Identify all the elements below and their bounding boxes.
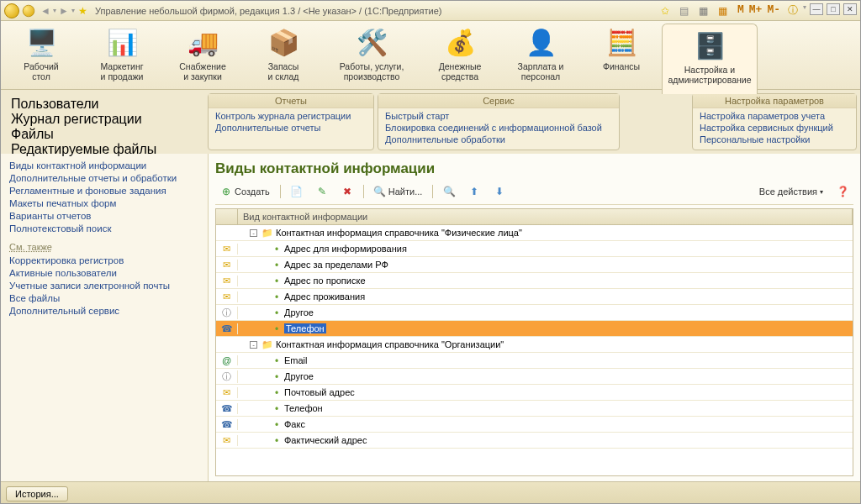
edit-button[interactable]: ✎ bbox=[311, 184, 333, 199]
table-row[interactable]: ✉ Адрес проживания bbox=[216, 289, 853, 305]
table-row[interactable]: ☎ Телефон bbox=[216, 321, 853, 337]
clear-search-button[interactable]: 🔍 bbox=[438, 184, 460, 199]
bullet-icon bbox=[275, 293, 282, 300]
bottombar: История... bbox=[1, 481, 860, 504]
forward-icon[interactable]: ► bbox=[56, 3, 71, 18]
row-type-icon: @ bbox=[216, 355, 238, 365]
row-type-icon: ✉ bbox=[216, 387, 238, 398]
table-row[interactable]: ⓘ Другое bbox=[216, 369, 853, 385]
table-row[interactable]: ✉ Фактический адрес bbox=[216, 433, 853, 449]
table-row[interactable]: ✉ Адрес для информирования bbox=[216, 241, 853, 257]
folder-icon: 📁 bbox=[261, 339, 273, 350]
bullet-icon bbox=[275, 389, 282, 396]
close-button[interactable]: ✕ bbox=[843, 3, 857, 15]
sb-registers[interactable]: Корректировка регистров bbox=[9, 255, 199, 265]
section-settings[interactable]: 🗄️Настройка и администрирование bbox=[662, 24, 758, 94]
sb-print-templates[interactable]: Макеты печатных форм bbox=[9, 198, 199, 208]
table-row[interactable]: ✉ Адрес за пределами РФ bbox=[216, 257, 853, 273]
row-content: - 📁 Контактная информация справочника "Ф… bbox=[238, 228, 853, 239]
history-button[interactable]: История... bbox=[6, 486, 68, 501]
create-button[interactable]: ⊕Создать bbox=[215, 184, 275, 199]
content-toolbar: ⊕Создать 📄 ✎ ✖ 🔍Найти... 🔍 ⬆ ⬇ Все дейст… bbox=[215, 182, 853, 205]
grid-main-column[interactable]: Вид контактной информации bbox=[238, 209, 853, 224]
row-content: Почтовый адрес bbox=[238, 387, 853, 397]
bullet-icon bbox=[275, 261, 282, 268]
bullet-icon bbox=[275, 309, 282, 316]
table-row[interactable]: ☎ Телефон bbox=[216, 401, 853, 417]
copy-icon: 📄 bbox=[291, 186, 303, 197]
link-extra-proc[interactable]: Дополнительные обработки bbox=[385, 134, 612, 145]
sidebar-top-nav: Пользователи Журнал регистрации Файлы Ре… bbox=[4, 93, 204, 150]
link-quickstart[interactable]: Быстрый старт bbox=[385, 110, 612, 122]
app-logo-icon bbox=[4, 3, 19, 18]
sb-active-users[interactable]: Активные пользователи bbox=[9, 268, 199, 278]
link-service-fn[interactable]: Настройка сервисных функций bbox=[700, 122, 849, 134]
table-row[interactable]: ✉ Почтовый адрес bbox=[216, 385, 853, 401]
sb-extra-reports[interactable]: Дополнительные отчеты и обработки bbox=[9, 173, 199, 183]
table-row[interactable]: ⓘ Другое bbox=[216, 305, 853, 321]
data-grid: Вид контактной информации - 📁 Контактная… bbox=[215, 208, 853, 476]
favorites-icon[interactable]: ★ bbox=[75, 3, 90, 18]
row-content: Другое bbox=[238, 307, 853, 318]
grid-body[interactable]: - 📁 Контактная информация справочника "Ф… bbox=[216, 225, 853, 475]
link-extra-reports[interactable]: Дополнительные отчеты bbox=[215, 122, 367, 134]
section-finance[interactable]: 🧮Финансы bbox=[581, 21, 662, 89]
delete-icon: ✖ bbox=[341, 186, 353, 197]
sidebar: Виды контактной информации Дополнительны… bbox=[1, 154, 208, 481]
table-row[interactable]: @ Email bbox=[216, 353, 853, 369]
section-marketing[interactable]: 📊Маркетинг и продажи bbox=[82, 21, 162, 89]
bullet-icon bbox=[275, 421, 282, 428]
row-type-icon: ✉ bbox=[216, 276, 238, 286]
row-type-icon: ✉ bbox=[216, 244, 238, 255]
sb-extra-service[interactable]: Дополнительный сервис bbox=[9, 306, 199, 316]
minimize-button[interactable]: — bbox=[810, 3, 823, 15]
bullet-icon bbox=[275, 373, 282, 380]
sb-contact-types[interactable]: Виды контактной информации bbox=[9, 160, 199, 171]
table-row[interactable]: ☎ Факс bbox=[216, 417, 853, 433]
sb-report-variants[interactable]: Варианты отчетов bbox=[9, 211, 199, 221]
grid-icon-column[interactable] bbox=[216, 209, 238, 224]
memory-buttons[interactable]: MM+M- bbox=[735, 3, 783, 18]
move-up-button[interactable]: ⬆ bbox=[463, 184, 485, 199]
move-down-button[interactable]: ⬇ bbox=[489, 184, 510, 199]
copy-button[interactable]: 📄 bbox=[286, 184, 308, 199]
find-button[interactable]: 🔍Найти... bbox=[369, 184, 428, 199]
delete-button[interactable]: ✖ bbox=[336, 184, 358, 199]
link-reg-control[interactable]: Контроль журнала регистрации bbox=[215, 110, 367, 122]
sb-fulltext[interactable]: Полнотекстовый поиск bbox=[9, 223, 199, 234]
sb-scheduled-jobs[interactable]: Регламентные и фоновые задания bbox=[9, 186, 199, 196]
calendar-icon[interactable]: ▦ bbox=[716, 3, 731, 18]
maximize-button[interactable]: □ bbox=[827, 3, 840, 15]
table-row[interactable]: - 📁 Контактная информация справочника "Ф… bbox=[216, 225, 853, 241]
panel-reports-title: Отчеты bbox=[209, 94, 373, 108]
section-money[interactable]: 💰Денежные средства bbox=[420, 21, 500, 89]
all-actions-button[interactable]: Все действия ▾ bbox=[754, 185, 828, 198]
sb-all-files[interactable]: Все файлы bbox=[9, 293, 199, 303]
link-personal[interactable]: Персональные настройки bbox=[700, 134, 849, 145]
bookmark-icon[interactable]: ✩ bbox=[658, 3, 673, 18]
section-toolbar: 🖥️Рабочий стол 📊Маркетинг и продажи 🚚Сна… bbox=[1, 21, 860, 90]
nav-registration-log[interactable]: Журнал регистрации bbox=[11, 112, 198, 127]
section-works[interactable]: 🛠️Работы, услуги, производство bbox=[324, 21, 420, 89]
section-inventory[interactable]: 📦Запасы и склад bbox=[243, 21, 324, 89]
table-row[interactable]: ✉ Адрес по прописке bbox=[216, 273, 853, 289]
section-salary[interactable]: 👤Зарплата и персонал bbox=[500, 21, 581, 89]
link-params[interactable]: Настройка параметров учета bbox=[700, 110, 849, 122]
nav-files[interactable]: Файлы bbox=[11, 127, 198, 142]
calculator-icon[interactable]: ▦ bbox=[696, 3, 711, 18]
link-block-conn[interactable]: Блокировка соединений с информационной б… bbox=[385, 122, 612, 134]
tree-toggle-icon[interactable]: - bbox=[250, 341, 257, 349]
row-type-icon: ⓘ bbox=[216, 370, 238, 383]
info-icon[interactable]: ⓘ bbox=[785, 3, 800, 18]
document-icon[interactable]: ▤ bbox=[677, 3, 692, 18]
back-icon[interactable]: ◄ bbox=[38, 3, 53, 18]
dropdown-icon[interactable] bbox=[23, 4, 34, 16]
table-row[interactable]: - 📁 Контактная информация справочника "О… bbox=[216, 337, 853, 353]
nav-users[interactable]: Пользователи bbox=[11, 97, 198, 112]
section-desktop[interactable]: 🖥️Рабочий стол bbox=[1, 21, 82, 89]
section-supply[interactable]: 🚚Снабжение и закупки bbox=[162, 21, 243, 89]
sb-email-accounts[interactable]: Учетные записи электронной почты bbox=[9, 281, 199, 291]
help-button[interactable]: ❓ bbox=[832, 184, 853, 199]
panel-reports: Отчеты Контроль журнала регистрации Допо… bbox=[208, 93, 374, 150]
tree-toggle-icon[interactable]: - bbox=[250, 229, 257, 237]
